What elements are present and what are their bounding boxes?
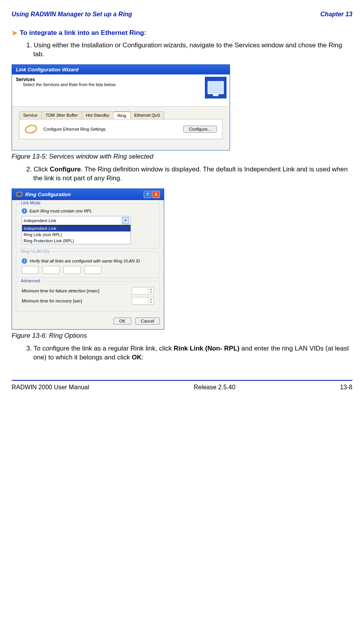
cancel-button[interactable]: Cancel xyxy=(135,318,160,325)
tab-hot-standby[interactable]: Hot Standby xyxy=(82,111,114,119)
link-mode-label: Link Mode xyxy=(19,200,42,205)
spinner-up-icon[interactable]: ▲ xyxy=(148,288,154,291)
combo-option-ring-link[interactable]: Ring Link (non RPL) xyxy=(22,231,130,238)
ring-vlan-label: Ring VLAN IDs xyxy=(19,249,51,254)
link-mode-info: Each Ring must contain one RPL xyxy=(29,209,92,213)
close-icon[interactable]: X xyxy=(152,191,160,198)
recovery-time-label: Minimum time for recovery [sec] xyxy=(22,299,82,303)
services-title: Services xyxy=(16,77,205,82)
info-icon: i xyxy=(22,208,27,214)
services-subtitle: Select the Services and Rate from the li… xyxy=(23,82,205,87)
advanced-group: Advanced Minimum time for failure detect… xyxy=(16,281,160,311)
ring-vlan-group: Ring VLAN IDs i Verify that all links ar… xyxy=(16,252,160,278)
help-icon[interactable]: ? xyxy=(144,191,151,198)
tab-ring[interactable]: Ring xyxy=(113,111,130,119)
footer-center: Release 2.5.40 xyxy=(194,384,235,391)
tab-service[interactable]: Service xyxy=(19,111,42,119)
configure-button[interactable]: Configure... xyxy=(183,126,217,133)
tab-ethernet-qos[interactable]: Ethernet QoS xyxy=(130,111,165,119)
spinner-up-icon[interactable]: ▲ xyxy=(148,298,154,301)
chevron-right-icon: ➤ xyxy=(12,29,17,37)
footer-right: 13-8 xyxy=(340,384,352,391)
combo-option-rpl[interactable]: Ring Protection Link (RPL) xyxy=(22,238,130,244)
spinner-down-icon[interactable]: ▼ xyxy=(148,291,154,294)
step-3-text: 3. To configure the link as a regular Ri… xyxy=(33,344,352,362)
chevron-down-icon[interactable]: ▼ xyxy=(122,217,129,224)
ring-configuration-dialog: Ring Configuration ? X Link Mode i Each … xyxy=(12,188,164,330)
wizard-titlebar: Link Configuration Wizard xyxy=(12,65,230,74)
recovery-time-spinner[interactable]: ▲▼ xyxy=(132,297,154,305)
tab-tdm-jitter-buffer[interactable]: TDM Jitter Buffer xyxy=(41,111,82,119)
failure-detection-label: Minimum time for failure detection [msec… xyxy=(22,288,100,293)
advanced-label: Advanced xyxy=(19,278,41,283)
section-heading: To integrate a link into an Ethernet Rin… xyxy=(20,29,146,37)
step-1-text: 1. Using either the Installation or Conf… xyxy=(33,41,352,59)
link-mode-combobox[interactable]: Independent Link ▼ Independent Link Ring… xyxy=(22,216,131,244)
link-mode-group: Link Mode i Each Ring must contain one R… xyxy=(16,203,160,249)
page-header-right: Chapter 13 xyxy=(320,11,352,18)
vlan-id-input-4[interactable] xyxy=(84,266,101,274)
ring-pane-text: Configure Ethernet Ring Settings xyxy=(43,127,177,131)
spinner-down-icon[interactable]: ▼ xyxy=(148,301,154,304)
vlan-id-input-2[interactable] xyxy=(43,266,60,274)
combo-option-independent-link[interactable]: Independent Link xyxy=(22,225,130,231)
failure-detection-spinner[interactable]: ▲▼ xyxy=(132,287,154,295)
info-icon: i xyxy=(22,258,27,264)
vlan-id-input-3[interactable] xyxy=(64,266,81,274)
vlan-id-input-1[interactable] xyxy=(22,266,39,274)
footer-left: RADWIN 2000 User Manual xyxy=(12,384,89,391)
step-2-text: 2. Click Configure. The Ring definition … xyxy=(33,165,352,183)
ring-icon xyxy=(16,192,23,197)
ring-icon xyxy=(24,124,38,135)
link-config-wizard-window: Link Configuration Wizard Services Selec… xyxy=(12,64,230,150)
ring-vlan-info: Verify that all links are configured wit… xyxy=(29,259,140,263)
ok-button[interactable]: OK xyxy=(113,318,131,325)
dialog-title: Ring Configuration xyxy=(25,192,71,197)
combo-selected-value: Independent Link xyxy=(24,218,122,223)
page-header-left: Using RADWIN Manager to Set up a Ring xyxy=(12,11,132,18)
figure-13-5-caption: Figure 13-5: Services window with Ring s… xyxy=(12,153,352,161)
figure-13-6-caption: Figure 13-6: Ring Options xyxy=(12,332,352,340)
monitor-icon xyxy=(205,77,227,98)
